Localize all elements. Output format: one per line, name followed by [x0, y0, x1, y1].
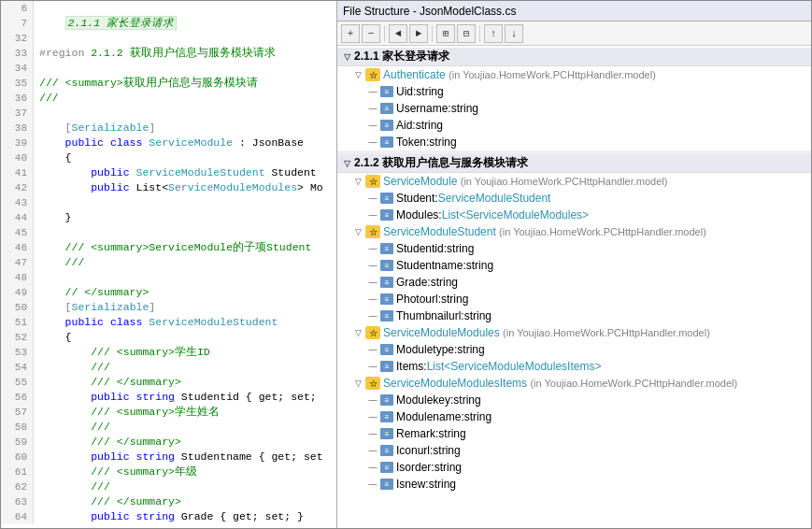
field-no-expand-thumbnailurl: —	[367, 310, 378, 322]
field-icon-studentname: ≡	[380, 260, 393, 271]
code-line: 45	[1, 225, 336, 240]
field-node-username[interactable]: — ≡ Username:string	[337, 100, 811, 117]
code-line: 38 [Serializable]	[1, 121, 336, 136]
code-line: 64 public string Grade { get; set; }	[1, 509, 336, 524]
panel-title-text: File Structure - JsonModelClass.cs	[343, 5, 516, 18]
toolbar-grid-button[interactable]: ⊞	[436, 24, 455, 43]
code-line: 51 public class ServiceModuleStudent	[1, 315, 336, 330]
field-node-modulekey[interactable]: — ≡ Modulekey:string	[337, 392, 811, 408]
toolbar-down-button[interactable]: ↓	[505, 24, 523, 43]
class-expand-icon-authenticate[interactable]: ▽	[352, 69, 363, 80]
code-line: 48	[1, 270, 336, 285]
field-no-expand-modulename: —	[367, 411, 378, 422]
code-line: 39 public class ServiceModule : JsonBase	[1, 136, 336, 150]
class-expand-icon-servicemodulestudent[interactable]: ▽	[352, 226, 363, 237]
class-expand-icon-servicemodulemoduleitems[interactable]: ▽	[352, 378, 363, 389]
field-no-expand-items: —	[367, 361, 378, 372]
field-no-expand-token: —	[367, 136, 378, 148]
field-node-uid[interactable]: — ≡ Uid:string	[337, 83, 811, 100]
field-node-isorder[interactable]: — ≡ Isorder:string	[337, 459, 811, 476]
field-node-aid[interactable]: — ≡ Aid:string	[337, 117, 811, 134]
class-icon-servicemodulestudent: ☆	[365, 225, 380, 238]
field-text-thumbnailurl: Thumbnailurl:string	[396, 309, 491, 322]
field-icon-aid: ≡	[380, 120, 393, 131]
field-text-moduletype: Moduletype:string	[396, 343, 485, 356]
code-line: 42 public List<ServiceModuleModules> Mo	[1, 180, 336, 195]
file-tree: ▽ 2.1.1 家长登录请求 ▽ ☆ Authenticate (in Youj…	[337, 46, 811, 528]
code-line: 53 /// <summary>学生ID	[1, 345, 336, 360]
toolbar-back-button[interactable]: ◄	[389, 24, 407, 43]
code-line: 62 ///	[1, 479, 336, 494]
toolbar-forward-button[interactable]: ►	[409, 24, 428, 43]
field-node-studentid[interactable]: — ≡ Studentid:string	[337, 240, 811, 257]
field-icon-thumbnailurl: ≡	[380, 310, 393, 322]
field-text-token: Token:string	[396, 136, 457, 149]
field-node-iconurl[interactable]: — ≡ Iconurl:string	[337, 442, 811, 459]
toolbar-separator2	[432, 25, 433, 42]
field-node-token[interactable]: — ≡ Token:string	[337, 134, 811, 150]
toolbar-up-button[interactable]: ↑	[484, 24, 503, 43]
field-icon-grade: ≡	[380, 277, 393, 288]
panel-toolbar: + − ◄ ► ⊞ ⊟ ↑ ↓	[337, 21, 811, 46]
class-node-servicemodule[interactable]: ▽ ☆ ServiceModule (in Youjiao.HomeWork.P…	[337, 173, 811, 190]
field-icon-studentid: ≡	[380, 243, 393, 254]
code-line: 35 /// <summary>获取用户信息与服务模块请	[1, 76, 336, 91]
class-expand-icon-servicemodule[interactable]: ▽	[352, 176, 363, 187]
field-node-modules[interactable]: — ≡ Modules:List<ServiceModuleModules>	[337, 207, 811, 223]
code-line: 52 {	[1, 330, 336, 345]
field-text-modulekey: Modulekey:string	[396, 393, 481, 407]
field-icon-iconurl: ≡	[380, 445, 393, 456]
field-node-grade[interactable]: — ≡ Grade:string	[337, 274, 811, 291]
field-no-expand-isnew: —	[367, 479, 378, 490]
class-name-servicemodulemodules: ServiceModuleModules (in Youjiao.HomeWor…	[383, 326, 710, 339]
field-no-expand-modules: —	[367, 209, 378, 221]
section-header-1: ▽ 2.1.1 家长登录请求	[337, 48, 811, 66]
field-icon-isorder: ≡	[380, 462, 393, 473]
code-editor: 6 7 2.1.1 家长登录请求 32 33 #region 2.1.2 获取用…	[1, 1, 337, 528]
field-node-modulename[interactable]: — ≡ Modulename:string	[337, 408, 811, 425]
code-line: 34	[1, 61, 336, 76]
panel-title: File Structure - JsonModelClass.cs	[337, 1, 811, 21]
field-no-expand-uid: —	[367, 86, 378, 97]
field-text-uid: Uid:string	[396, 85, 444, 98]
field-node-remark[interactable]: — ≡ Remark:string	[337, 425, 811, 442]
class-node-servicemodulestudent[interactable]: ▽ ☆ ServiceModuleStudent (in Youjiao.Hom…	[337, 223, 811, 240]
class-name-servicemodulestudent: ServiceModuleStudent (in Youjiao.HomeWor…	[383, 225, 706, 238]
class-node-authenticate[interactable]: ▽ ☆ Authenticate (in Youjiao.HomeWork.PC…	[337, 66, 811, 83]
section-collapse-icon-1[interactable]: ▽	[341, 51, 352, 63]
field-node-student[interactable]: — ≡ Student:ServiceModuleStudent	[337, 190, 811, 207]
class-node-servicemodulemodulestitems[interactable]: ▽ ☆ ServiceModuleModulesItems (in Youjia…	[337, 375, 811, 392]
toolbar-collapse-button[interactable]: −	[362, 24, 380, 43]
code-line: 6	[1, 1, 336, 16]
code-line: 60 public string Studentname { get; set	[1, 450, 336, 465]
class-expand-icon-servicemodulemodules[interactable]: ▽	[352, 327, 363, 338]
code-line: 49 // </summary>	[1, 285, 336, 300]
field-node-moduletype[interactable]: — ≡ Moduletype:string	[337, 341, 811, 358]
field-node-studentname[interactable]: — ≡ Studentname:string	[337, 257, 811, 274]
class-node-servicemodulemodules[interactable]: ▽ ☆ ServiceModuleModules (in Youjiao.Hom…	[337, 324, 811, 341]
field-text-photourl: Photourl:string	[396, 293, 468, 306]
toolbar-list-button[interactable]: ⊟	[457, 24, 476, 43]
code-line: 40 {	[1, 150, 336, 165]
field-no-expand-username: —	[367, 103, 378, 114]
field-node-thumbnailurl[interactable]: — ≡ Thumbnailurl:string	[337, 307, 811, 324]
code-line: 50 [Serializable]	[1, 300, 336, 315]
file-structure-panel: File Structure - JsonModelClass.cs + − ◄…	[337, 1, 811, 528]
section-collapse-icon-2[interactable]: ▽	[341, 158, 352, 169]
field-text-modulename: Modulename:string	[396, 410, 491, 423]
field-text-studentname: Studentname:string	[396, 259, 493, 272]
field-icon-username: ≡	[380, 103, 393, 114]
field-node-items[interactable]: — ≡ Items:List<ServiceModuleModulesItems…	[337, 358, 811, 375]
code-line: 43	[1, 195, 336, 210]
toolbar-expand-button[interactable]: +	[341, 24, 360, 43]
code-line: 59 /// </summary>	[1, 435, 336, 450]
code-line: 37	[1, 106, 336, 121]
field-text-username: Username:string	[396, 102, 478, 115]
toolbar-separator	[384, 25, 385, 42]
field-text-isorder: Isorder:string	[396, 461, 462, 474]
code-line: 63 /// </summary>	[1, 494, 336, 509]
field-node-photourl[interactable]: — ≡ Photourl:string	[337, 291, 811, 307]
field-node-isnew[interactable]: — ≡ Isnew:string	[337, 476, 811, 493]
field-no-expand-studentid: —	[367, 243, 378, 254]
field-no-expand-photourl: —	[367, 293, 378, 305]
